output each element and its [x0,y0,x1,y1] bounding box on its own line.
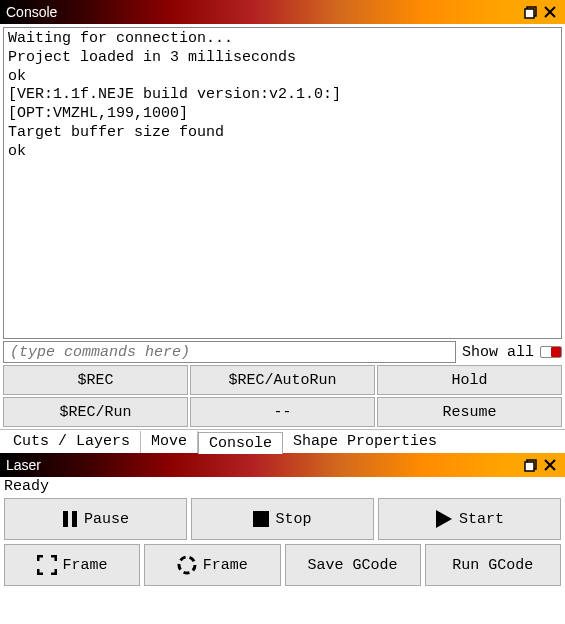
tab-bar: Cuts / Layers Move Console Shape Propert… [0,429,565,453]
console-title: Console [6,4,519,20]
run-gcode-label: Run GCode [452,557,533,574]
frame-circle-button[interactable]: Frame [144,544,280,586]
undock-icon[interactable] [521,3,539,21]
play-icon [435,509,453,529]
svg-rect-4 [63,511,68,527]
tab-console[interactable]: Console [198,432,283,454]
console-header: Console [0,0,565,24]
rec-button[interactable]: $REC [3,365,188,395]
laser-row-1: Pause Stop Start [0,496,565,542]
tab-move[interactable]: Move [141,431,198,453]
stop-button[interactable]: Stop [191,498,374,540]
dash-button[interactable]: -- [190,397,375,427]
undock-icon[interactable] [521,456,539,474]
laser-title: Laser [6,457,519,473]
rec-run-button[interactable]: $REC/Run [3,397,188,427]
command-row: Show all [0,341,565,365]
laser-status: Ready [0,477,565,496]
command-input[interactable] [3,341,456,363]
tab-shape-properties[interactable]: Shape Properties [283,431,447,453]
laser-header: Laser [0,453,565,477]
frame-square-button[interactable]: Frame [4,544,140,586]
rec-autorun-button[interactable]: $REC/AutoRun [190,365,375,395]
pause-icon [62,510,78,528]
showall-toggle[interactable] [540,346,562,358]
frame-square-icon [37,555,57,575]
close-icon[interactable] [541,456,559,474]
save-gcode-button[interactable]: Save GCode [285,544,421,586]
svg-rect-1 [525,9,534,18]
svg-rect-5 [72,511,77,527]
close-icon[interactable] [541,3,559,21]
pause-label: Pause [84,511,129,528]
pause-button[interactable]: Pause [4,498,187,540]
save-gcode-label: Save GCode [308,557,398,574]
stop-icon [253,511,269,527]
console-buttons: $REC $REC/AutoRun Hold $REC/Run -- Resum… [0,365,565,429]
tab-cuts-layers[interactable]: Cuts / Layers [3,431,141,453]
svg-rect-6 [253,511,269,527]
console-output: Waiting for connection... Project loaded… [3,27,562,339]
laser-row-2: Frame Frame Save GCode Run GCode [0,542,565,590]
frame-circle-label: Frame [203,557,248,574]
svg-point-7 [179,557,195,573]
showall-label: Show all [462,344,534,361]
frame-square-label: Frame [63,557,108,574]
start-label: Start [459,511,504,528]
frame-circle-icon [177,555,197,575]
resume-button[interactable]: Resume [377,397,562,427]
svg-rect-3 [525,462,534,471]
stop-label: Stop [275,511,311,528]
run-gcode-button[interactable]: Run GCode [425,544,561,586]
start-button[interactable]: Start [378,498,561,540]
hold-button[interactable]: Hold [377,365,562,395]
